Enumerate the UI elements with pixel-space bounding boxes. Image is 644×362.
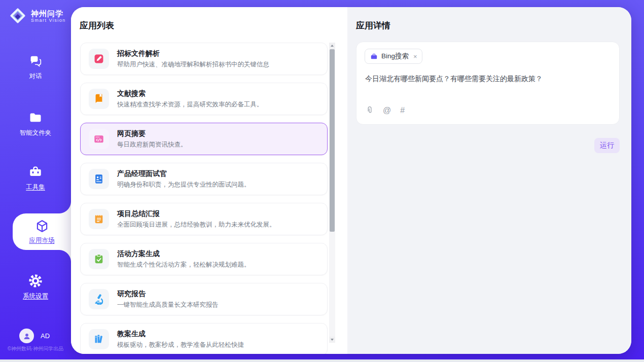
- app-name: 项目总结汇报: [117, 209, 276, 219]
- sidebar-item-label: 智能文件夹: [20, 129, 52, 137]
- books-icon: [93, 334, 104, 345]
- app-description: 智能生成个性化活动方案，轻松解决规划难题。: [117, 261, 251, 269]
- tender-doc-icon: [93, 53, 104, 64]
- chip-close-icon[interactable]: ×: [413, 53, 417, 60]
- app-logo: 神州问学 Smart Vision: [8, 6, 66, 25]
- app-card-literature-search[interactable]: 文献搜索 快速精准查找学术资源，提高研究效率的必备工具。: [80, 83, 328, 115]
- app-name: 文献搜索: [117, 89, 263, 98]
- sidebar-item-label: 对话: [29, 72, 42, 81]
- clipboard-check-icon: [93, 254, 104, 265]
- app-detail-title: 应用详情: [356, 20, 390, 31]
- app-card-project-summary[interactable]: 项目总结汇报 全面回顾项目进展，总结经验教训，助力未来优化发展。: [80, 203, 328, 235]
- app-list-panel: 应用列表 招标文件解析 帮助用户快速、准确地理解和解析招标书中的关键信息: [71, 7, 347, 354]
- scroll-up-arrow-icon: [331, 45, 334, 47]
- cube-icon: [35, 219, 49, 233]
- mention-icon[interactable]: @: [383, 106, 391, 115]
- notepad-icon: [93, 213, 104, 225]
- sidebar-item-smart-folder[interactable]: 智能文件夹: [0, 111, 71, 137]
- app-name: 产品经理面试官: [117, 169, 251, 178]
- sidebar-item-app-market[interactable]: 应用市场: [13, 213, 71, 250]
- app-description: 快速精准查找学术资源，提高研究效率的必备工具。: [117, 100, 263, 109]
- app-icon-tile: [89, 169, 109, 189]
- app-description: 全面回顾项目进展，总结经验教训，助力未来优化发展。: [117, 221, 276, 229]
- app-name: 网页摘要: [117, 129, 187, 138]
- microscope-icon: [93, 294, 104, 305]
- app-icon-tile: [89, 249, 109, 269]
- logo-title: 神州问学: [31, 9, 66, 18]
- folder-icon: [28, 111, 43, 125]
- briefcase-icon: [370, 53, 378, 60]
- copyright-footer: ©神州数码·神州问学出品: [0, 345, 71, 352]
- app-icon-tile: [89, 289, 109, 309]
- app-icon-tile: [89, 49, 109, 69]
- app-icon-tile: [89, 209, 109, 229]
- main-container: 应用列表 招标文件解析 帮助用户快速、准确地理解和解析招标书中的关键信息: [71, 7, 631, 354]
- app-description: 模板驱动，教案秒成，教学准备从此轻松快捷: [117, 341, 244, 349]
- logo-subtitle: Smart Vision: [31, 18, 66, 23]
- run-button[interactable]: 运行: [594, 138, 620, 153]
- sidebar-item-toolset[interactable]: 工具集: [0, 165, 71, 192]
- sidebar-item-label: 工具集: [26, 183, 45, 192]
- scroll-down-arrow-icon: [331, 339, 334, 341]
- prompt-toolbar: @ #: [365, 105, 405, 115]
- tool-chip-bing-search[interactable]: Bing搜索 ×: [365, 49, 422, 64]
- app-icon-tile: [89, 129, 109, 149]
- app-name: 招标文件解析: [117, 49, 269, 58]
- scroll-down-button[interactable]: [329, 337, 335, 343]
- app-card-event-plan[interactable]: 活动方案生成 智能生成个性化活动方案，轻松解决规划难题。: [80, 243, 328, 275]
- gem-logo-icon: [8, 6, 27, 25]
- app-list-title: 应用列表: [80, 20, 114, 31]
- app-icon-tile: [89, 89, 109, 109]
- scroll-up-button[interactable]: [329, 43, 335, 49]
- app-card-tender-analysis[interactable]: 招标文件解析 帮助用户快速、准确地理解和解析招标书中的关键信息: [80, 43, 328, 75]
- app-card-webpage-summary[interactable]: 网页摘要 每日政府新闻资讯快查。: [80, 123, 328, 155]
- bottom-edge-strip: [0, 359, 644, 362]
- toolbox-icon: [28, 165, 43, 179]
- avatar: [19, 329, 34, 343]
- hash-icon[interactable]: #: [400, 106, 405, 115]
- app-description: 一键智能生成高质量长文本研究报告: [117, 301, 219, 309]
- app-name: 教案生成: [117, 330, 244, 339]
- app-list-scrollbar[interactable]: [329, 43, 335, 343]
- app-list: 招标文件解析 帮助用户快速、准确地理解和解析招标书中的关键信息 文献搜索: [80, 43, 328, 354]
- app-description: 每日政府新闻资讯快查。: [117, 140, 187, 149]
- app-name: 活动方案生成: [117, 249, 251, 259]
- app-detail-panel: 应用详情 Bing搜索 × 今日湖北有哪些新闻要点？有哪些需要关注的最新政策？: [347, 7, 631, 354]
- app-name: 研究报告: [117, 289, 219, 299]
- app-description: 明确身份和职责，为您提供专业性的面试问题。: [117, 180, 251, 189]
- webpage-code-icon: [93, 133, 104, 144]
- app-description: 帮助用户快速、准确地理解和解析招标书中的关键信息: [117, 60, 269, 69]
- prompt-editor[interactable]: Bing搜索 × 今日湖北有哪些新闻要点？有哪些需要关注的最新政策？ @ #: [356, 42, 620, 125]
- sidebar-item-label: 系统设置: [23, 292, 48, 301]
- app-icon-tile: [89, 329, 109, 349]
- scrollbar-thumb[interactable]: [330, 49, 335, 232]
- sidebar-item-settings[interactable]: 系统设置: [0, 274, 71, 301]
- sidebar-item-chat[interactable]: 对话: [0, 54, 71, 81]
- user-account[interactable]: AD: [19, 329, 50, 343]
- sidebar-item-label: 应用市场: [29, 236, 55, 245]
- interviewer-doc-icon: [93, 173, 104, 185]
- chat-icon: [29, 54, 43, 68]
- attachment-icon[interactable]: [365, 105, 374, 115]
- user-initials: AD: [41, 332, 50, 340]
- sidebar: 神州问学 Smart Vision 对话 智能文件夹: [0, 0, 71, 359]
- tool-chip-label: Bing搜索: [381, 52, 409, 61]
- app-card-pm-interviewer[interactable]: 产品经理面试官 明确身份和职责，为您提供专业性的面试问题。: [80, 163, 328, 195]
- app-card-lesson-plan[interactable]: 教案生成 模板驱动，教案秒成，教学准备从此轻松快捷: [80, 323, 328, 354]
- literature-book-icon: [93, 93, 104, 104]
- app-card-research-report[interactable]: 研究报告 一键智能生成高质量长文本研究报告: [80, 283, 328, 315]
- query-text[interactable]: 今日湖北有哪些新闻要点？有哪些需要关注的最新政策？: [365, 74, 609, 84]
- gear-icon: [28, 274, 43, 288]
